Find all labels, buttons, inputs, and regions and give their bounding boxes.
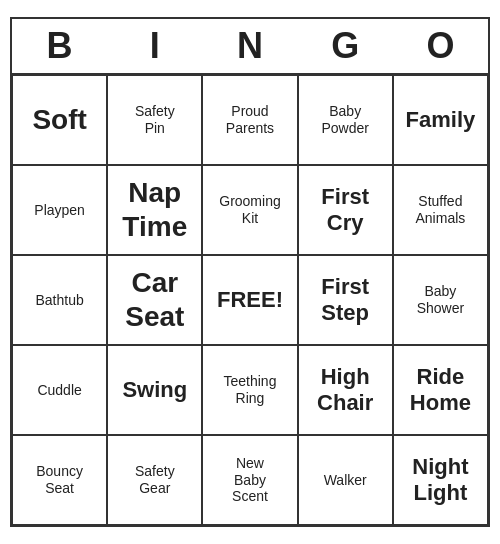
cell-text-6: NapTime bbox=[122, 176, 187, 243]
bingo-cell-24: NightLight bbox=[393, 435, 488, 525]
header-letter-g: G bbox=[298, 19, 393, 73]
bingo-cell-6: NapTime bbox=[107, 165, 202, 255]
cell-text-11: CarSeat bbox=[125, 266, 184, 333]
bingo-cell-5: Playpen bbox=[12, 165, 107, 255]
cell-text-4: Family bbox=[406, 107, 476, 133]
bingo-cell-14: BabyShower bbox=[393, 255, 488, 345]
bingo-cell-10: Bathtub bbox=[12, 255, 107, 345]
bingo-cell-13: FirstStep bbox=[298, 255, 393, 345]
cell-text-0: Soft bbox=[32, 103, 86, 137]
bingo-cell-21: SafetyGear bbox=[107, 435, 202, 525]
cell-text-8: FirstCry bbox=[321, 184, 369, 237]
bingo-grid: SoftSafetyPinProudParentsBabyPowderFamil… bbox=[12, 75, 488, 525]
cell-text-10: Bathtub bbox=[35, 292, 83, 309]
cell-text-18: HighChair bbox=[317, 364, 373, 417]
cell-text-23: Walker bbox=[324, 472, 367, 489]
header-letter-b: B bbox=[12, 19, 107, 73]
cell-text-5: Playpen bbox=[34, 202, 85, 219]
header-letter-o: O bbox=[393, 19, 488, 73]
cell-text-3: BabyPowder bbox=[321, 103, 368, 137]
bingo-cell-20: BouncySeat bbox=[12, 435, 107, 525]
cell-text-13: FirstStep bbox=[321, 274, 369, 327]
cell-text-14: BabyShower bbox=[417, 283, 464, 317]
bingo-cell-1: SafetyPin bbox=[107, 75, 202, 165]
bingo-cell-0: Soft bbox=[12, 75, 107, 165]
bingo-cell-2: ProudParents bbox=[202, 75, 297, 165]
cell-text-15: Cuddle bbox=[37, 382, 81, 399]
bingo-cell-22: NewBabyScent bbox=[202, 435, 297, 525]
cell-text-19: RideHome bbox=[410, 364, 471, 417]
bingo-cell-18: HighChair bbox=[298, 345, 393, 435]
cell-text-22: NewBabyScent bbox=[232, 455, 268, 505]
bingo-cell-8: FirstCry bbox=[298, 165, 393, 255]
cell-text-20: BouncySeat bbox=[36, 463, 83, 497]
bingo-cell-12: FREE! bbox=[202, 255, 297, 345]
bingo-cell-16: Swing bbox=[107, 345, 202, 435]
bingo-cell-11: CarSeat bbox=[107, 255, 202, 345]
bingo-cell-17: TeethingRing bbox=[202, 345, 297, 435]
cell-text-12: FREE! bbox=[217, 287, 283, 313]
cell-text-1: SafetyPin bbox=[135, 103, 175, 137]
cell-text-21: SafetyGear bbox=[135, 463, 175, 497]
bingo-cell-15: Cuddle bbox=[12, 345, 107, 435]
cell-text-17: TeethingRing bbox=[224, 373, 277, 407]
bingo-card: BINGO SoftSafetyPinProudParentsBabyPowde… bbox=[10, 17, 490, 527]
cell-text-9: StuffedAnimals bbox=[415, 193, 465, 227]
bingo-cell-3: BabyPowder bbox=[298, 75, 393, 165]
bingo-cell-19: RideHome bbox=[393, 345, 488, 435]
bingo-cell-9: StuffedAnimals bbox=[393, 165, 488, 255]
cell-text-2: ProudParents bbox=[226, 103, 274, 137]
bingo-header: BINGO bbox=[12, 19, 488, 75]
cell-text-7: GroomingKit bbox=[219, 193, 280, 227]
header-letter-n: N bbox=[202, 19, 297, 73]
bingo-cell-4: Family bbox=[393, 75, 488, 165]
bingo-cell-7: GroomingKit bbox=[202, 165, 297, 255]
header-letter-i: I bbox=[107, 19, 202, 73]
cell-text-24: NightLight bbox=[412, 454, 468, 507]
cell-text-16: Swing bbox=[122, 377, 187, 403]
bingo-cell-23: Walker bbox=[298, 435, 393, 525]
